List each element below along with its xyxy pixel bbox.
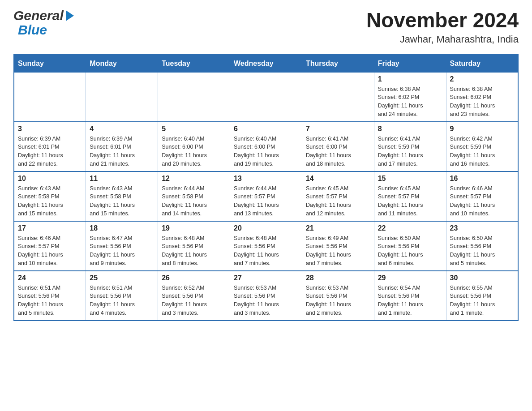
day-info: Sunrise: 6:50 AM Sunset: 5:56 PM Dayligh… [378,234,442,268]
calendar-cell: 21Sunrise: 6:49 AM Sunset: 5:56 PM Dayli… [302,221,374,271]
weekday-header-sunday: Sunday [14,55,86,73]
calendar-cell: 30Sunrise: 6:55 AM Sunset: 5:56 PM Dayli… [446,271,518,321]
day-info: Sunrise: 6:50 AM Sunset: 5:56 PM Dayligh… [450,234,514,268]
logo: General Blue [13,9,75,38]
day-info: Sunrise: 6:43 AM Sunset: 5:58 PM Dayligh… [90,184,154,218]
weekday-header-wednesday: Wednesday [230,55,302,73]
calendar-cell: 24Sunrise: 6:51 AM Sunset: 5:56 PM Dayli… [14,271,86,321]
calendar-cell: 14Sunrise: 6:45 AM Sunset: 5:57 PM Dayli… [302,171,374,221]
day-info: Sunrise: 6:38 AM Sunset: 6:02 PM Dayligh… [378,85,442,119]
day-number: 21 [306,224,370,232]
day-info: Sunrise: 6:39 AM Sunset: 6:01 PM Dayligh… [90,135,154,168]
day-info: Sunrise: 6:44 AM Sunset: 5:57 PM Dayligh… [234,184,298,218]
calendar-cell: 2Sunrise: 6:38 AM Sunset: 6:02 PM Daylig… [446,72,518,122]
day-number: 24 [18,274,82,282]
day-number: 2 [450,75,514,83]
calendar-cell: 29Sunrise: 6:54 AM Sunset: 5:56 PM Dayli… [374,271,446,321]
day-number: 15 [378,175,442,183]
day-info: Sunrise: 6:45 AM Sunset: 5:57 PM Dayligh… [306,184,370,218]
weekday-header-row: SundayMondayTuesdayWednesdayThursdayFrid… [14,55,518,73]
day-info: Sunrise: 6:45 AM Sunset: 5:57 PM Dayligh… [378,184,442,218]
calendar-cell [86,72,158,122]
calendar-cell: 20Sunrise: 6:48 AM Sunset: 5:56 PM Dayli… [230,221,302,271]
calendar-cell: 23Sunrise: 6:50 AM Sunset: 5:56 PM Dayli… [446,221,518,271]
day-number: 16 [450,175,514,183]
logo-triangle-icon [65,9,75,22]
day-info: Sunrise: 6:47 AM Sunset: 5:56 PM Dayligh… [90,234,154,268]
day-number: 12 [162,175,226,183]
calendar-cell: 15Sunrise: 6:45 AM Sunset: 5:57 PM Dayli… [374,171,446,221]
calendar-cell: 1Sunrise: 6:38 AM Sunset: 6:02 PM Daylig… [374,72,446,122]
weekday-header-saturday: Saturday [446,55,518,73]
calendar-cell [302,72,374,122]
calendar-cell: 25Sunrise: 6:51 AM Sunset: 5:56 PM Dayli… [86,271,158,321]
calendar-cell: 17Sunrise: 6:46 AM Sunset: 5:57 PM Dayli… [14,221,86,271]
day-number: 17 [18,224,82,232]
title-area: November 2024 Jawhar, Maharashtra, India [366,9,519,45]
day-info: Sunrise: 6:51 AM Sunset: 5:56 PM Dayligh… [18,284,82,317]
day-number: 7 [306,125,370,133]
day-number: 1 [378,75,442,83]
day-info: Sunrise: 6:43 AM Sunset: 5:58 PM Dayligh… [18,184,82,218]
day-number: 14 [306,175,370,183]
day-info: Sunrise: 6:52 AM Sunset: 5:56 PM Dayligh… [162,284,226,317]
calendar-cell: 7Sunrise: 6:41 AM Sunset: 6:00 PM Daylig… [302,122,374,171]
calendar-cell: 6Sunrise: 6:40 AM Sunset: 6:00 PM Daylig… [230,122,302,171]
day-number: 13 [234,175,298,183]
calendar-week-row: 10Sunrise: 6:43 AM Sunset: 5:58 PM Dayli… [14,171,518,221]
day-info: Sunrise: 6:54 AM Sunset: 5:56 PM Dayligh… [378,284,442,317]
day-info: Sunrise: 6:48 AM Sunset: 5:56 PM Dayligh… [162,234,226,268]
day-number: 8 [378,125,442,133]
calendar-cell [158,72,230,122]
calendar-cell: 3Sunrise: 6:39 AM Sunset: 6:01 PM Daylig… [14,122,86,171]
calendar-table: SundayMondayTuesdayWednesdayThursdayFrid… [13,54,519,321]
logo-blue-text: Blue [18,22,47,38]
day-number: 22 [378,224,442,232]
day-number: 28 [306,274,370,282]
day-number: 11 [90,175,154,183]
calendar-cell: 4Sunrise: 6:39 AM Sunset: 6:01 PM Daylig… [86,122,158,171]
day-number: 26 [162,274,226,282]
calendar-cell: 10Sunrise: 6:43 AM Sunset: 5:58 PM Dayli… [14,171,86,221]
day-number: 30 [450,274,514,282]
calendar-cell: 18Sunrise: 6:47 AM Sunset: 5:56 PM Dayli… [86,221,158,271]
calendar-cell: 9Sunrise: 6:42 AM Sunset: 5:59 PM Daylig… [446,122,518,171]
day-info: Sunrise: 6:39 AM Sunset: 6:01 PM Dayligh… [18,135,82,168]
calendar-cell: 26Sunrise: 6:52 AM Sunset: 5:56 PM Dayli… [158,271,230,321]
calendar-week-row: 17Sunrise: 6:46 AM Sunset: 5:57 PM Dayli… [14,221,518,271]
calendar-cell: 22Sunrise: 6:50 AM Sunset: 5:56 PM Dayli… [374,221,446,271]
calendar-cell: 16Sunrise: 6:46 AM Sunset: 5:57 PM Dayli… [446,171,518,221]
calendar-cell: 12Sunrise: 6:44 AM Sunset: 5:58 PM Dayli… [158,171,230,221]
day-number: 6 [234,125,298,133]
weekday-header-monday: Monday [86,55,158,73]
day-number: 27 [234,274,298,282]
calendar-cell: 28Sunrise: 6:53 AM Sunset: 5:56 PM Dayli… [302,271,374,321]
day-info: Sunrise: 6:41 AM Sunset: 6:00 PM Dayligh… [306,135,370,168]
day-info: Sunrise: 6:51 AM Sunset: 5:56 PM Dayligh… [90,284,154,317]
day-info: Sunrise: 6:48 AM Sunset: 5:56 PM Dayligh… [234,234,298,268]
calendar-cell: 19Sunrise: 6:48 AM Sunset: 5:56 PM Dayli… [158,221,230,271]
calendar-cell: 8Sunrise: 6:41 AM Sunset: 5:59 PM Daylig… [374,122,446,171]
calendar-cell [14,72,86,122]
day-number: 29 [378,274,442,282]
calendar-cell: 5Sunrise: 6:40 AM Sunset: 6:00 PM Daylig… [158,122,230,171]
page-header: General Blue November 2024 Jawhar, Mahar… [13,9,519,45]
calendar-week-row: 1Sunrise: 6:38 AM Sunset: 6:02 PM Daylig… [14,72,518,122]
day-number: 9 [450,125,514,133]
weekday-header-thursday: Thursday [302,55,374,73]
weekday-header-tuesday: Tuesday [158,55,230,73]
day-info: Sunrise: 6:44 AM Sunset: 5:58 PM Dayligh… [162,184,226,218]
day-number: 5 [162,125,226,133]
location-text: Jawhar, Maharashtra, India [366,34,519,45]
day-number: 20 [234,224,298,232]
day-info: Sunrise: 6:53 AM Sunset: 5:56 PM Dayligh… [306,284,370,317]
weekday-header-friday: Friday [374,55,446,73]
day-info: Sunrise: 6:40 AM Sunset: 6:00 PM Dayligh… [162,135,226,168]
day-number: 23 [450,224,514,232]
day-info: Sunrise: 6:46 AM Sunset: 5:57 PM Dayligh… [450,184,514,218]
calendar-week-row: 3Sunrise: 6:39 AM Sunset: 6:01 PM Daylig… [14,122,518,171]
day-info: Sunrise: 6:53 AM Sunset: 5:56 PM Dayligh… [234,284,298,317]
day-info: Sunrise: 6:55 AM Sunset: 5:56 PM Dayligh… [450,284,514,317]
calendar-week-row: 24Sunrise: 6:51 AM Sunset: 5:56 PM Dayli… [14,271,518,321]
day-number: 10 [18,175,82,183]
